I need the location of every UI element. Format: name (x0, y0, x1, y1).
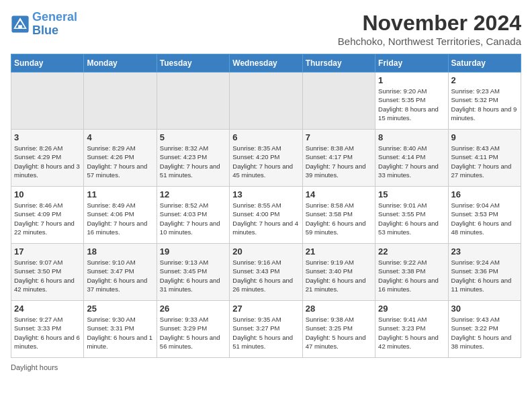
day-info: Sunrise: 9:20 AM Sunset: 5:35 PM Dayligh… (378, 87, 445, 122)
day-cell: 8Sunrise: 8:40 AM Sunset: 4:14 PM Daylig… (375, 130, 448, 187)
day-info: Sunrise: 9:27 AM Sunset: 3:33 PM Dayligh… (14, 315, 81, 351)
day-info: Sunrise: 9:01 AM Sunset: 3:55 PM Dayligh… (378, 201, 445, 236)
day-number: 10 (14, 189, 81, 199)
day-number: 25 (87, 304, 153, 314)
day-cell: 4Sunrise: 8:29 AM Sunset: 4:26 PM Daylig… (84, 130, 157, 187)
logo-text: General Blue (32, 11, 77, 38)
day-info: Sunrise: 9:07 AM Sunset: 3:50 PM Dayligh… (14, 258, 81, 293)
day-info: Sunrise: 8:35 AM Sunset: 4:20 PM Dayligh… (232, 144, 299, 179)
day-cell (157, 73, 229, 130)
day-cell: 11Sunrise: 8:49 AM Sunset: 4:06 PM Dayli… (84, 187, 157, 244)
day-cell: 24Sunrise: 9:27 AM Sunset: 3:33 PM Dayli… (11, 301, 84, 358)
day-cell: 17Sunrise: 9:07 AM Sunset: 3:50 PM Dayli… (11, 244, 84, 301)
day-number: 8 (378, 132, 445, 142)
day-info: Sunrise: 9:10 AM Sunset: 3:47 PM Dayligh… (87, 258, 153, 293)
legend: Daylight hours (11, 363, 521, 371)
day-number: 4 (87, 132, 153, 142)
day-header-thursday: Thursday (302, 54, 375, 73)
day-info: Sunrise: 9:04 AM Sunset: 3:53 PM Dayligh… (451, 201, 518, 236)
day-header-wednesday: Wednesday (230, 54, 302, 73)
day-info: Sunrise: 8:52 AM Sunset: 4:03 PM Dayligh… (160, 201, 226, 236)
logo-line1: General (32, 10, 77, 24)
day-number: 6 (232, 132, 299, 142)
day-info: Sunrise: 9:38 AM Sunset: 3:25 PM Dayligh… (306, 315, 372, 351)
day-info: Sunrise: 8:29 AM Sunset: 4:26 PM Dayligh… (87, 144, 153, 179)
day-cell: 13Sunrise: 8:55 AM Sunset: 4:00 PM Dayli… (230, 187, 302, 244)
day-number: 18 (87, 246, 153, 257)
day-header-sunday: Sunday (11, 54, 84, 73)
day-info: Sunrise: 8:58 AM Sunset: 3:58 PM Dayligh… (306, 201, 372, 236)
day-cell (84, 73, 157, 130)
day-info: Sunrise: 9:22 AM Sunset: 3:38 PM Dayligh… (378, 258, 445, 293)
day-info: Sunrise: 8:43 AM Sunset: 4:11 PM Dayligh… (451, 144, 518, 179)
day-cell: 2Sunrise: 9:23 AM Sunset: 5:32 PM Daylig… (448, 73, 521, 130)
week-row-3: 17Sunrise: 9:07 AM Sunset: 3:50 PM Dayli… (11, 244, 521, 301)
day-number: 16 (451, 189, 518, 199)
day-info: Sunrise: 8:46 AM Sunset: 4:09 PM Dayligh… (14, 201, 81, 236)
calendar: SundayMondayTuesdayWednesdayThursdayFrid… (11, 54, 521, 358)
day-info: Sunrise: 9:35 AM Sunset: 3:27 PM Dayligh… (232, 315, 299, 351)
day-header-monday: Monday (84, 54, 157, 73)
title-area: November 2024 Behchoko, Northwest Territ… (338, 11, 521, 47)
day-number: 29 (378, 304, 445, 314)
day-info: Sunrise: 8:55 AM Sunset: 4:00 PM Dayligh… (232, 201, 299, 236)
day-cell: 5Sunrise: 8:32 AM Sunset: 4:23 PM Daylig… (157, 130, 229, 187)
day-cell: 12Sunrise: 8:52 AM Sunset: 4:03 PM Dayli… (157, 187, 229, 244)
day-cell: 29Sunrise: 9:41 AM Sunset: 3:23 PM Dayli… (375, 301, 448, 358)
day-cell (302, 73, 375, 130)
day-number: 26 (160, 304, 226, 314)
day-number: 2 (451, 75, 518, 85)
header: General Blue November 2024 Behchoko, Nor… (11, 11, 521, 47)
day-cell: 22Sunrise: 9:22 AM Sunset: 3:38 PM Dayli… (375, 244, 448, 301)
day-cell (11, 73, 84, 130)
day-cell: 30Sunrise: 9:43 AM Sunset: 3:22 PM Dayli… (448, 301, 521, 358)
day-number: 30 (451, 304, 518, 314)
day-cell: 10Sunrise: 8:46 AM Sunset: 4:09 PM Dayli… (11, 187, 84, 244)
day-info: Sunrise: 8:49 AM Sunset: 4:06 PM Dayligh… (87, 201, 153, 236)
day-info: Sunrise: 8:26 AM Sunset: 4:29 PM Dayligh… (14, 144, 81, 179)
day-number: 7 (306, 132, 372, 142)
day-info: Sunrise: 9:13 AM Sunset: 3:45 PM Dayligh… (160, 258, 226, 293)
day-number: 22 (378, 246, 445, 257)
day-info: Sunrise: 9:30 AM Sunset: 3:31 PM Dayligh… (87, 315, 153, 351)
day-number: 19 (160, 246, 226, 257)
day-cell: 9Sunrise: 8:43 AM Sunset: 4:11 PM Daylig… (448, 130, 521, 187)
week-row-4: 24Sunrise: 9:27 AM Sunset: 3:33 PM Dayli… (11, 301, 521, 358)
calendar-header-row: SundayMondayTuesdayWednesdayThursdayFrid… (11, 54, 521, 73)
week-row-1: 3Sunrise: 8:26 AM Sunset: 4:29 PM Daylig… (11, 130, 521, 187)
day-info: Sunrise: 9:33 AM Sunset: 3:29 PM Dayligh… (160, 315, 226, 351)
svg-rect-3 (18, 25, 22, 29)
week-row-0: 1Sunrise: 9:20 AM Sunset: 5:35 PM Daylig… (11, 73, 521, 130)
daylight-hours-label: Daylight hours (11, 363, 58, 371)
day-number: 9 (451, 132, 518, 142)
week-row-2: 10Sunrise: 8:46 AM Sunset: 4:09 PM Dayli… (11, 187, 521, 244)
logo: General Blue (11, 11, 77, 38)
day-cell: 18Sunrise: 9:10 AM Sunset: 3:47 PM Dayli… (84, 244, 157, 301)
day-info: Sunrise: 8:40 AM Sunset: 4:14 PM Dayligh… (378, 144, 445, 179)
day-info: Sunrise: 9:16 AM Sunset: 3:43 PM Dayligh… (232, 258, 299, 293)
day-cell: 19Sunrise: 9:13 AM Sunset: 3:45 PM Dayli… (157, 244, 229, 301)
day-header-saturday: Saturday (448, 54, 521, 73)
day-cell: 14Sunrise: 8:58 AM Sunset: 3:58 PM Dayli… (302, 187, 375, 244)
day-number: 5 (160, 132, 226, 142)
day-cell: 21Sunrise: 9:19 AM Sunset: 3:40 PM Dayli… (302, 244, 375, 301)
day-cell: 26Sunrise: 9:33 AM Sunset: 3:29 PM Dayli… (157, 301, 229, 358)
day-cell: 27Sunrise: 9:35 AM Sunset: 3:27 PM Dayli… (230, 301, 302, 358)
day-info: Sunrise: 9:41 AM Sunset: 3:23 PM Dayligh… (378, 315, 445, 351)
subtitle: Behchoko, Northwest Territories, Canada (338, 36, 521, 47)
day-number: 11 (87, 189, 153, 199)
day-number: 21 (306, 246, 372, 257)
day-cell: 20Sunrise: 9:16 AM Sunset: 3:43 PM Dayli… (230, 244, 302, 301)
day-cell: 25Sunrise: 9:30 AM Sunset: 3:31 PM Dayli… (84, 301, 157, 358)
day-number: 13 (232, 189, 299, 199)
month-title: November 2024 (338, 11, 521, 36)
day-info: Sunrise: 9:19 AM Sunset: 3:40 PM Dayligh… (306, 258, 372, 293)
day-number: 1 (378, 75, 445, 85)
day-info: Sunrise: 8:32 AM Sunset: 4:23 PM Dayligh… (160, 144, 226, 179)
day-number: 14 (306, 189, 372, 199)
day-number: 24 (14, 304, 81, 314)
day-header-friday: Friday (375, 54, 448, 73)
day-info: Sunrise: 9:24 AM Sunset: 3:36 PM Dayligh… (451, 258, 518, 293)
calendar-body: 1Sunrise: 9:20 AM Sunset: 5:35 PM Daylig… (11, 73, 521, 358)
day-number: 17 (14, 246, 81, 257)
